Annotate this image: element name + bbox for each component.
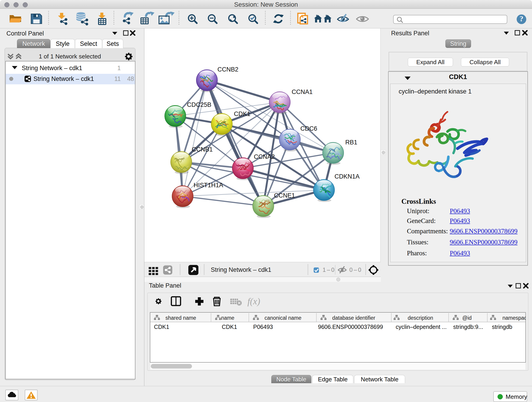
svg-text:CCNA2: CCNA2 <box>254 153 275 160</box>
svg-text:String Network – cdk1: String Network – cdk1 <box>33 75 94 82</box>
svg-text:CCNA1: CCNA1 <box>292 89 313 95</box>
svg-text:11: 11 <box>114 75 121 82</box>
svg-text:description: description <box>408 315 433 321</box>
svg-text:namespac: namespac <box>502 315 526 321</box>
svg-text:CDC6: CDC6 <box>300 125 317 132</box>
svg-text:48: 48 <box>127 75 134 82</box>
svg-text:?: ? <box>520 15 524 23</box>
svg-text:stringdb:9...: stringdb:9... <box>453 324 483 330</box>
svg-text:CDK1: CDK1 <box>154 324 169 330</box>
svg-text:1 – 0: 1 – 0 <box>323 267 335 273</box>
svg-text:canonical name: canonical name <box>264 315 301 321</box>
svg-text:CCNE1: CCNE1 <box>274 192 295 199</box>
svg-text:database identifier: database identifier <box>332 315 375 321</box>
svg-text:HIST1H1A: HIST1H1A <box>194 182 223 189</box>
svg-text:CDK1: CDK1 <box>234 110 250 117</box>
svg-text:CCNB2: CCNB2 <box>217 66 239 73</box>
svg-text:String Network – cdk1: String Network – cdk1 <box>211 266 271 273</box>
svg-text:stringdb: stringdb <box>492 324 512 330</box>
svg-text:1: 1 <box>117 65 121 71</box>
svg-text:CDC25B: CDC25B <box>187 101 211 108</box>
svg-text:CCNB1: CCNB1 <box>192 146 213 153</box>
svg-text:String Network – cdk1: String Network – cdk1 <box>22 65 82 71</box>
svg-text:f(x): f(x) <box>247 296 260 306</box>
svg-text:cyclin–dependent ...: cyclin–dependent ... <box>396 324 447 330</box>
svg-text:CDK1: CDK1 <box>222 324 237 330</box>
svg-text:@id: @id <box>462 315 472 321</box>
svg-text:CDKN1A: CDKN1A <box>335 173 360 180</box>
svg-text:name: name <box>221 315 234 321</box>
svg-text:0 – 0: 0 – 0 <box>349 267 361 273</box>
svg-text:RB1: RB1 <box>345 139 357 146</box>
svg-text:9606.ENSP00000378699: 9606.ENSP00000378699 <box>318 324 383 330</box>
svg-text:shared name: shared name <box>165 315 196 321</box>
svg-text:P06493: P06493 <box>253 324 273 330</box>
